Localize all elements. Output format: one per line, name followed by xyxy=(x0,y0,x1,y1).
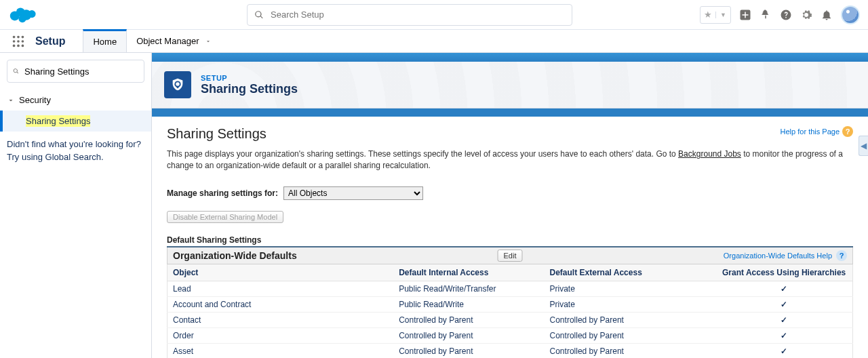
sidebar-quick-find[interactable] xyxy=(7,60,144,83)
col-external: Default External Access xyxy=(545,264,716,281)
svg-point-12 xyxy=(13,44,16,47)
search-icon xyxy=(13,66,19,76)
page-description: This page displays your organization's s… xyxy=(167,148,853,172)
sidebar-no-results-note: Didn't find what you're looking for? Try… xyxy=(7,138,144,164)
cell-grant: ✓ xyxy=(715,327,852,343)
favorites-button[interactable]: ★ ▼ xyxy=(700,6,731,24)
table-row: ContactControlled by ParentControlled by… xyxy=(167,312,853,327)
svg-point-6 xyxy=(13,35,16,38)
note-line: Didn't find what you're looking for? xyxy=(7,138,144,151)
setup-sidebar: Security Sharing Settings Didn't find wh… xyxy=(0,53,152,358)
col-internal: Default Internal Access xyxy=(393,264,544,281)
desc-text: This page displays your organization's s… xyxy=(167,149,678,159)
edit-button[interactable]: Edit xyxy=(498,250,523,262)
note-line: Try using Global Search. xyxy=(7,151,144,164)
quick-find-input[interactable] xyxy=(24,66,138,77)
col-object: Object xyxy=(167,264,394,281)
table-row: LeadPublic Read/Write/TransferPrivate✓ xyxy=(167,281,853,296)
gear-icon[interactable] xyxy=(800,9,812,21)
header-actions: ★ ▼ xyxy=(700,5,860,24)
owd-header-bar: Organization-Wide Defaults Edit Organiza… xyxy=(167,247,853,264)
svg-point-3 xyxy=(28,10,35,18)
svg-point-9 xyxy=(13,40,16,43)
global-search[interactable] xyxy=(247,4,572,26)
page-header: SETUP Sharing Settings xyxy=(152,62,868,108)
cell-internal: Controlled by Parent xyxy=(393,343,544,358)
svg-point-10 xyxy=(17,40,20,43)
table-row: OrderControlled by ParentControlled by P… xyxy=(167,327,853,343)
check-icon: ✓ xyxy=(781,331,787,340)
cell-object: Account and Contract xyxy=(167,296,394,312)
svg-point-4 xyxy=(18,15,26,22)
cell-grant: ✓ xyxy=(715,343,852,358)
manage-label: Manage sharing settings for: xyxy=(167,188,278,198)
expand-panel-tab[interactable]: ◀ xyxy=(859,136,868,156)
check-icon: ✓ xyxy=(781,284,787,294)
link-label: Organization-Wide Defaults Help xyxy=(724,252,832,260)
global-search-input[interactable] xyxy=(271,9,565,20)
svg-point-14 xyxy=(22,44,24,47)
owd-help-link[interactable]: Organization-Wide Defaults Help ? xyxy=(724,250,847,261)
check-icon: ✓ xyxy=(781,300,787,309)
svg-point-11 xyxy=(22,40,24,43)
cell-grant: ✓ xyxy=(715,296,852,312)
question-icon[interactable] xyxy=(780,9,792,21)
salesforce-help-icon[interactable] xyxy=(760,9,772,21)
content-heading: Sharing Settings xyxy=(167,126,267,142)
cell-internal: Controlled by Parent xyxy=(393,327,544,343)
manage-object-select[interactable]: All Objects xyxy=(283,186,423,200)
cell-external: Private xyxy=(545,281,716,296)
setup-nav: Setup Home Object Manager xyxy=(0,30,868,53)
star-icon: ★ xyxy=(701,9,715,20)
chevron-down-icon[interactable]: ▼ xyxy=(715,12,730,18)
section-title: Default Sharing Settings xyxy=(167,235,853,245)
cell-external: Controlled by Parent xyxy=(545,312,716,327)
decorative-bar xyxy=(152,53,868,62)
table-row: AssetControlled by ParentControlled by P… xyxy=(167,343,853,358)
tree-node-sharing-settings[interactable]: Sharing Settings xyxy=(0,111,151,132)
manage-settings-row: Manage sharing settings for: All Objects xyxy=(167,186,853,200)
tab-object-manager[interactable]: Object Manager xyxy=(127,30,221,53)
svg-point-7 xyxy=(17,35,20,38)
cell-external: Controlled by Parent xyxy=(545,343,716,358)
disable-external-sharing-button[interactable]: Disable External Sharing Model xyxy=(167,211,283,223)
add-icon[interactable] xyxy=(739,9,751,21)
content-body: Sharing Settings Help for this Page ? Th… xyxy=(152,117,868,358)
tree-node-security[interactable]: Security xyxy=(7,92,144,108)
owd-title: Organization-Wide Defaults xyxy=(173,250,297,261)
shield-icon xyxy=(164,71,191,98)
page-title: Sharing Settings xyxy=(201,82,298,96)
app-launcher-icon[interactable] xyxy=(11,34,26,49)
search-icon xyxy=(254,10,264,20)
chevron-down-icon xyxy=(205,38,212,45)
tab-home[interactable]: Home xyxy=(83,29,127,52)
cell-internal: Public Read/Write/Transfer xyxy=(393,281,544,296)
link-label: Help for this Page xyxy=(781,127,840,136)
check-icon: ✓ xyxy=(781,346,787,356)
cell-object: Contact xyxy=(167,312,394,327)
cell-internal: Public Read/Write xyxy=(393,296,544,312)
global-header: ★ ▼ xyxy=(0,0,868,30)
help-icon: ? xyxy=(842,126,853,137)
cell-grant: ✓ xyxy=(715,312,852,327)
breadcrumb: SETUP xyxy=(201,74,298,82)
salesforce-logo xyxy=(8,5,37,24)
cell-external: Private xyxy=(545,296,716,312)
background-jobs-link[interactable]: Background Jobs xyxy=(678,149,741,159)
tree-label: Sharing Settings xyxy=(26,115,90,127)
help-for-page-link[interactable]: Help for this Page ? xyxy=(781,126,853,137)
cell-internal: Controlled by Parent xyxy=(393,312,544,327)
bell-icon[interactable] xyxy=(821,9,833,21)
svg-point-13 xyxy=(17,44,20,47)
table-row: Account and ContractPublic Read/WritePri… xyxy=(167,296,853,312)
cell-external: Controlled by Parent xyxy=(545,327,716,343)
tab-label: Object Manager xyxy=(136,36,199,46)
decorative-bar xyxy=(152,108,868,117)
user-avatar[interactable] xyxy=(841,5,860,24)
check-icon: ✓ xyxy=(781,315,787,325)
owd-table: Object Default Internal Access Default E… xyxy=(167,264,853,358)
cell-object: Order xyxy=(167,327,394,343)
help-icon: ? xyxy=(836,250,847,261)
app-name: Setup xyxy=(35,35,65,47)
cell-object: Asset xyxy=(167,343,394,358)
